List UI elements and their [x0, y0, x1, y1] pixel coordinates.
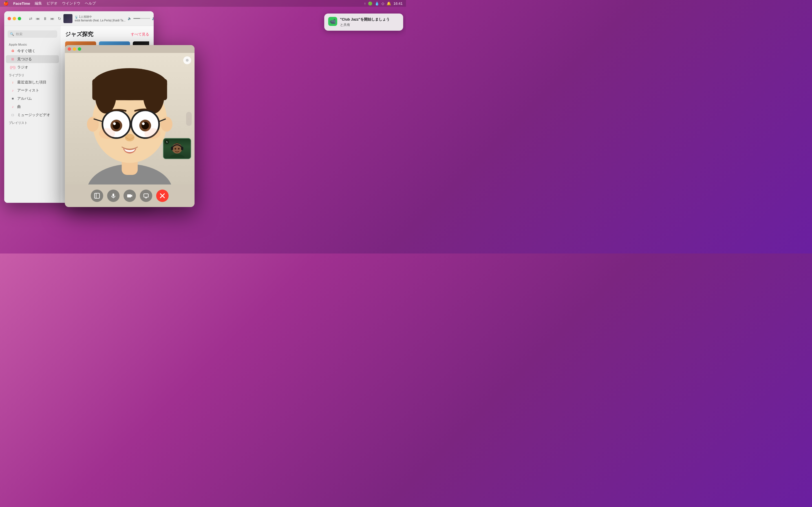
menu-window[interactable]: ウインドウ: [62, 1, 80, 6]
vol-down-icon: 🔈: [128, 17, 132, 20]
svg-point-28: [178, 148, 180, 150]
menu-app-name[interactable]: FaceTime: [13, 1, 30, 6]
svg-point-27: [174, 148, 176, 150]
apple-logo-icon[interactable]: 🍎: [3, 1, 9, 6]
section-header: ジャズ探究 すべて見る: [65, 31, 149, 38]
search-bar[interactable]: 🔍 検索: [8, 31, 57, 38]
volume-bar[interactable]: [133, 18, 150, 19]
shuffle-button[interactable]: ⇄: [29, 16, 33, 21]
facetime-titlebar: [65, 45, 195, 53]
sidebar-item-label: ラジオ: [17, 65, 28, 70]
now-playing-widget: 📡 1人視聴中 está llamando (feat. La Perla) […: [63, 14, 125, 23]
sidebar-item-recent[interactable]: ↓ 最近追加した項目: [6, 78, 59, 86]
menu-edit[interactable]: 編集: [35, 1, 42, 6]
see-all-button[interactable]: すべて見る: [131, 32, 149, 37]
maximize-button[interactable]: [18, 17, 21, 20]
menu-video[interactable]: ビデオ: [47, 1, 57, 6]
self-view-pip[interactable]: ↻: [163, 138, 191, 159]
sidebar-toggle-handle[interactable]: ⋮: [186, 112, 192, 126]
end-call-button[interactable]: [156, 189, 168, 202]
sidebar-item-browse[interactable]: ⊞ 見つける: [6, 55, 59, 63]
ft-maximize-button[interactable]: [78, 47, 81, 51]
menubar-left: 🍎 FaceTime 編集 ビデオ ウインドウ ヘルプ: [3, 1, 96, 6]
microphone-icon: [110, 193, 116, 199]
listen-now-icon: ♻: [10, 49, 15, 53]
svg-rect-25: [171, 147, 173, 150]
songs-icon: ♪: [10, 105, 15, 109]
location-icon: ↑: [364, 1, 366, 6]
sidebar-item-radio[interactable]: ((•)) ラジオ: [6, 63, 59, 71]
camera-icon: [127, 193, 133, 199]
screentime-icon: 🟢: [368, 1, 372, 6]
airdrop-icon: ◇: [382, 1, 384, 6]
volume-control[interactable]: 🔈 🔊: [128, 17, 154, 20]
sidebar-item-label: ミュージックビデオ: [17, 112, 50, 117]
record-dot-icon: [186, 59, 189, 62]
now-playing-song: está llamando (feat. La Perla) [Kaidi Ta…: [75, 19, 125, 22]
sidebar-toggle-button[interactable]: [91, 189, 103, 202]
playlist-section-label: プレイリスト: [4, 119, 61, 126]
sidebar-item-songs[interactable]: ♪ 曲: [6, 103, 59, 111]
screen-share-button[interactable]: [140, 189, 152, 202]
self-view-video: ↻: [163, 138, 191, 159]
browse-icon: ⊞: [10, 57, 15, 61]
notification-app-icon: 📹: [328, 17, 337, 26]
notification-content: "Club Jazz"を開始しましょう と共有: [340, 17, 390, 27]
facetime-icon: 📹: [329, 18, 336, 24]
svg-marker-34: [131, 194, 132, 197]
toggle-icon: ⋮: [188, 117, 190, 120]
sidebar: 🔍 検索 Apple Music ♻ 今すぐ聴く ⊞ 見つける ((•)) ラジ…: [4, 26, 61, 203]
ft-minimize-button[interactable]: [73, 47, 76, 51]
notification-body: と共有: [340, 22, 390, 27]
traffic-lights: [8, 17, 21, 20]
camera-toggle-button[interactable]: [123, 189, 136, 202]
notification-icon: 🔔: [387, 1, 391, 6]
svg-point-8: [161, 117, 172, 131]
next-button[interactable]: ⏭: [50, 16, 54, 21]
svg-rect-35: [144, 194, 148, 197]
sidebar-item-label: アルバム: [17, 96, 32, 101]
notification-title: "Club Jazz"を開始しましょう: [340, 17, 390, 22]
sidebar-item-artists[interactable]: ♪ アーティスト: [6, 87, 59, 94]
record-button[interactable]: [183, 56, 191, 64]
svg-point-19: [142, 122, 145, 125]
sidebar-item-albums[interactable]: ■ アルバム: [6, 95, 59, 103]
sidebar-item-label: 曲: [17, 104, 21, 109]
np-info: 📡 1人視聴中 está llamando (feat. La Perla) […: [75, 15, 125, 22]
facetime-video-area: ⋮ ↻: [65, 53, 195, 184]
prev-button[interactable]: ⏮: [36, 16, 40, 21]
svg-point-21: [99, 128, 115, 139]
notification-banner[interactable]: 📹 "Club Jazz"を開始しましょう と共有: [324, 13, 403, 31]
menu-help[interactable]: ヘルプ: [85, 1, 96, 6]
svg-rect-31: [112, 193, 114, 196]
np-artwork: [63, 14, 72, 23]
search-icon: 🔍: [10, 32, 14, 36]
menubar: 🍎 FaceTime 編集 ビデオ ウインドウ ヘルプ ↑ 🟢 💧 ◇ 🔔 16…: [0, 0, 406, 7]
sidebar-item-label: 最近追加した項目: [17, 80, 47, 85]
library-section-label: ライブラリ: [4, 71, 61, 78]
recent-icon: ↓: [10, 80, 15, 84]
memoji-container: [65, 53, 195, 184]
minimize-button[interactable]: [13, 17, 16, 20]
svg-point-22: [144, 128, 160, 139]
shareplay-icon: 📡: [75, 15, 78, 18]
dropbox-icon: 💧: [375, 1, 379, 6]
mute-button[interactable]: [107, 189, 119, 202]
self-view-refresh-icon[interactable]: ↻: [165, 140, 169, 144]
screen-share-icon: [143, 193, 149, 199]
close-button[interactable]: [8, 17, 11, 20]
sidebar-item-music-videos[interactable]: □ ミュージックビデオ: [6, 111, 59, 119]
menubar-right: ↑ 🟢 💧 ◇ 🔔 16:41: [364, 1, 403, 6]
vol-up-icon: 🔊: [152, 17, 154, 20]
music-titlebar: ⇄ ⏮ ⏸ ⏭ ↻ 📡 1人視聴中 está llamando (feat. L…: [4, 11, 154, 26]
repeat-button[interactable]: ↻: [58, 16, 61, 21]
facetime-controls-bar: [65, 184, 195, 207]
radio-icon: ((•)): [10, 65, 15, 69]
artists-icon: ♪: [10, 88, 15, 93]
svg-point-7: [87, 117, 99, 131]
albums-icon: ■: [10, 96, 15, 101]
sidebar-item-listen-now[interactable]: ♻ 今すぐ聴く: [6, 47, 59, 55]
play-pause-button[interactable]: ⏸: [43, 16, 47, 21]
clock: 16:41: [393, 1, 403, 6]
ft-close-button[interactable]: [68, 47, 71, 51]
